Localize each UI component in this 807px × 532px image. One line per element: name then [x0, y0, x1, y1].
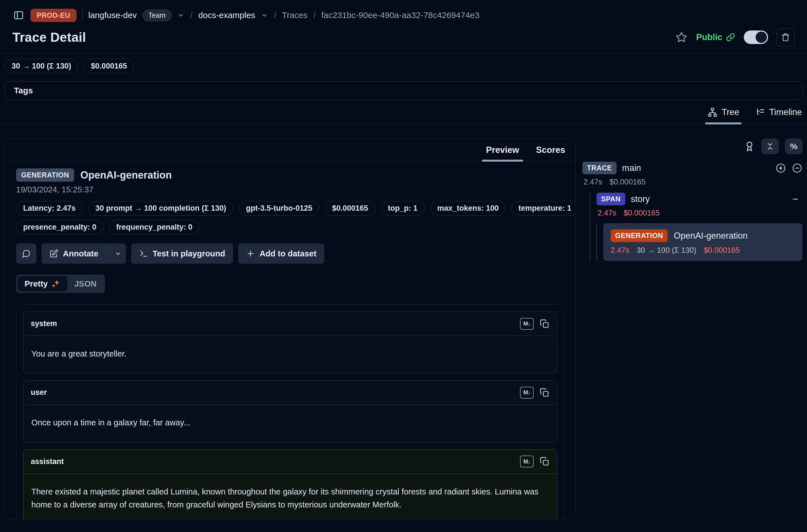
model-badge[interactable]: gpt-3.5-turbo-0125 [239, 201, 319, 215]
message-header-actions: M↓ [520, 387, 549, 399]
link-icon [726, 33, 735, 42]
message-header-actions: M↓ [520, 456, 549, 468]
edit-icon [50, 249, 58, 258]
content-area: Preview Scores GENERATION OpenAI-generat… [0, 124, 807, 519]
generation-tokens: 30 → 100 (Σ 130) [637, 246, 696, 255]
breadcrumb-project[interactable]: docs-examples [199, 11, 255, 20]
expand-all-button[interactable] [775, 163, 786, 173]
tab-preview[interactable]: Preview [484, 143, 521, 161]
observation-body: GENERATION OpenAI-generation 19/03/2024,… [5, 161, 575, 519]
span-children: GENERATION OpenAI-generation 2.47s 30 → … [597, 223, 803, 261]
message-role: assistant [31, 457, 64, 466]
public-label: Public [696, 32, 722, 42]
sidebar-toggle-button[interactable] [13, 9, 25, 21]
span-badge: SPAN [597, 193, 625, 205]
tree-node-generation-selected[interactable]: GENERATION OpenAI-generation 2.47s 30 → … [603, 223, 803, 261]
tab-timeline[interactable]: Timeline [755, 107, 802, 124]
tree-node-span[interactable]: SPAN story [597, 193, 803, 205]
message-content: There existed a majestic planet called L… [23, 474, 557, 519]
annotate-dropdown-button[interactable] [110, 243, 126, 264]
trash-icon [781, 33, 790, 42]
trace-name: main [622, 163, 641, 173]
copy-icon[interactable] [540, 319, 549, 329]
sparkles-icon [51, 279, 61, 289]
frequency-penalty-badge: frequency_penalty: 0 [109, 220, 200, 234]
test-in-playground-button[interactable]: Test in playground [131, 243, 233, 264]
title-actions: Public [675, 28, 794, 46]
tree-toolbar: % [582, 138, 803, 154]
breadcrumb-separator: / [313, 10, 316, 21]
delete-trace-button[interactable] [776, 28, 794, 46]
breadcrumb: PROD-EU langfuse-dev Team / docs-example… [13, 7, 794, 23]
pretty-label: Pretty [24, 279, 48, 289]
annotate-label: Annotate [63, 249, 98, 259]
breadcrumb-org[interactable]: langfuse-dev [88, 11, 137, 20]
trace-tree-panel: % TRACE main 2.47s [582, 138, 803, 261]
observation-header: GENERATION OpenAI-generation [16, 168, 564, 182]
message-text: Once upon a time in a galaxy far, far aw… [31, 416, 549, 429]
dataset-label: Add to dataset [260, 249, 316, 259]
tab-tree-label: Tree [721, 107, 739, 117]
presence-penalty-badge: presence_penalty: 0 [16, 220, 104, 234]
markdown-toggle-icon[interactable]: M↓ [520, 318, 533, 330]
annotate-button-group: Annotate [41, 243, 126, 264]
trace-meta: 30 → 100 (Σ 130) $0.000165 Tags [0, 54, 807, 100]
max-tokens-badge: max_tokens: 100 [430, 201, 506, 215]
temperature-badge: temperature: 1 [511, 201, 576, 215]
tree-node-trace[interactable]: TRACE main [582, 162, 803, 174]
breadcrumb-separator: / [274, 10, 276, 21]
add-to-dataset-button[interactable]: Add to dataset [238, 243, 324, 264]
trace-summary-badges: 30 → 100 (Σ 130) $0.000165 [4, 59, 803, 73]
message-content: Once upon a time in a galaxy far, far aw… [23, 405, 557, 442]
page-title: Trace Detail [13, 30, 86, 45]
messages-container: system M↓ You are a great storyteller. [16, 304, 564, 519]
panel-left-icon [13, 10, 24, 21]
tree-icon [707, 107, 717, 117]
message-header: user M↓ [23, 381, 557, 405]
comment-icon [22, 249, 31, 258]
tab-scores[interactable]: Scores [534, 143, 567, 161]
trace-cost: $0.000165 [609, 178, 645, 187]
public-toggle[interactable] [744, 31, 768, 44]
star-icon [675, 31, 688, 43]
copy-icon[interactable] [540, 457, 549, 466]
tab-tree[interactable]: Tree [707, 107, 739, 124]
chevron-down-icon[interactable] [177, 12, 185, 19]
collapse-tree-button[interactable] [792, 163, 803, 173]
markdown-toggle-icon[interactable]: M↓ [520, 387, 533, 399]
minus-icon [791, 195, 800, 203]
token-usage-badge: 30 → 100 (Σ 130) [4, 59, 78, 73]
observation-name: OpenAI-generation [80, 169, 172, 181]
breadcrumb-trace-id: fac231bc-90ee-490a-aa32-78c4269474e3 [321, 11, 480, 20]
collapse-all-button[interactable] [761, 138, 779, 154]
breadcrumb-traces[interactable]: Traces [282, 11, 307, 20]
tags-container[interactable]: Tags [4, 81, 803, 100]
message-header-actions: M↓ [520, 318, 549, 330]
scores-award-button[interactable] [744, 140, 755, 153]
award-icon [744, 140, 755, 153]
chevron-down-icon[interactable] [261, 12, 268, 19]
format-json-option[interactable]: JSON [68, 277, 103, 291]
active-tab-indicator [482, 160, 523, 162]
star-bookmark-button[interactable] [675, 31, 688, 43]
trace-detail-page: PROD-EU langfuse-dev Team / docs-example… [0, 0, 807, 519]
plus-icon [246, 249, 255, 258]
annotate-button[interactable]: Annotate [41, 243, 105, 264]
collapse-span-button[interactable] [791, 195, 800, 203]
generation-cost: $0.000165 [704, 246, 740, 255]
latency-badge: Latency: 2.47s [16, 201, 83, 215]
percent-icon: % [790, 141, 798, 151]
message-text: You are a great storyteller. [31, 347, 549, 360]
message-system: system M↓ You are a great storyteller. [23, 311, 557, 374]
show-percent-button[interactable]: % [785, 138, 803, 154]
public-share-link[interactable]: Public [696, 32, 735, 42]
org-type-badge: Team [143, 10, 172, 21]
markdown-toggle-icon[interactable]: M↓ [520, 456, 533, 468]
trace-latency: 2.47s [583, 178, 602, 187]
message-header: assistant M↓ [23, 450, 557, 474]
comment-button[interactable] [16, 243, 36, 264]
copy-icon[interactable] [540, 388, 549, 397]
trace-children: SPAN story 2.47s $0.000165 [590, 193, 803, 261]
format-pretty-option[interactable]: Pretty [18, 276, 68, 291]
cost-badge: $0.000165 [325, 201, 375, 215]
